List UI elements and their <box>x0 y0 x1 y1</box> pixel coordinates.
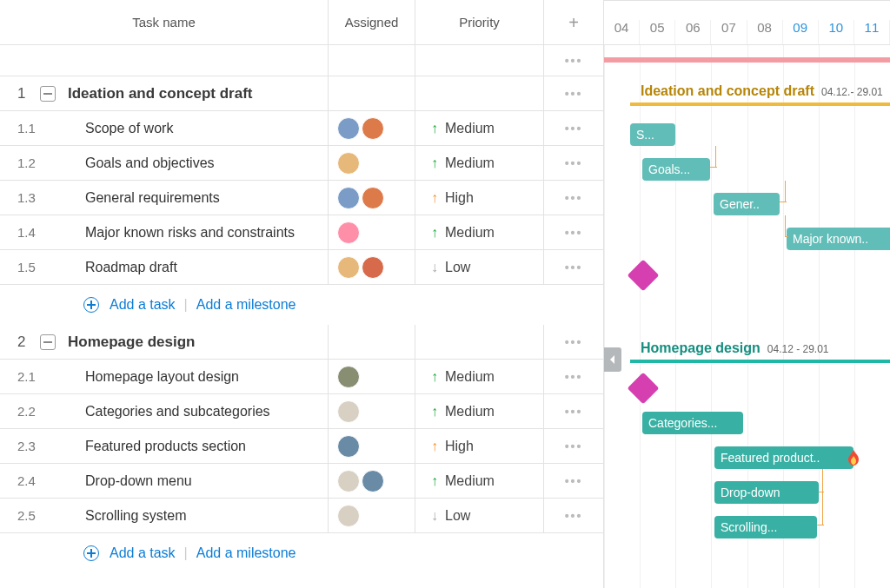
more-icon[interactable]: ••• <box>565 335 583 349</box>
gantt-bar[interactable]: Gener.. <box>714 193 780 215</box>
timeline-header: 0405060708091011 <box>604 0 890 45</box>
priority-label: Low <box>445 260 470 275</box>
priority-label: Medium <box>445 473 495 489</box>
timeline-day[interactable]: 05 <box>640 20 675 44</box>
group-header[interactable]: 2 Homepage design ••• <box>0 325 603 360</box>
timeline-day[interactable]: 08 <box>747 20 783 44</box>
priority-arrow-icon: ↑ <box>431 155 438 171</box>
more-icon[interactable]: ••• <box>565 122 583 135</box>
avatar[interactable] <box>337 505 360 527</box>
task-name: Drop-down menu <box>85 473 192 489</box>
task-row[interactable]: 2.3 Featured products section ↑ High ••• <box>0 429 603 464</box>
gantt-group-title: Ideation and concept draft <box>641 83 814 99</box>
priority-label: High <box>445 190 474 206</box>
avatar[interactable] <box>362 256 384 279</box>
gantt-bar[interactable]: Featured product.. <box>714 446 853 469</box>
gantt-bar[interactable]: Drop-down <box>714 481 819 504</box>
gantt-group-header: Ideation and concept draft04.12.- 29.01 <box>641 83 883 99</box>
task-row[interactable]: 2.4 Drop-down menu ↑ Medium ••• <box>0 464 603 499</box>
avatar[interactable] <box>362 187 384 209</box>
dependency-line <box>710 167 717 168</box>
task-number: 2.3 <box>17 439 61 453</box>
task-row[interactable]: 2.5 Scrolling system ↓ Low ••• <box>0 499 603 533</box>
task-row[interactable]: 1.1 Scope of work ↑ Medium ••• <box>0 111 603 146</box>
more-icon[interactable]: ••• <box>565 191 583 205</box>
more-icon[interactable]: ••• <box>565 405 583 419</box>
priority-label: Medium <box>445 225 495 241</box>
priority-arrow-icon: ↑ <box>431 369 438 385</box>
add-milestone-link[interactable]: Add a milestone <box>196 297 296 313</box>
avatar[interactable] <box>337 221 360 244</box>
avatar[interactable] <box>337 366 360 388</box>
task-name: Featured products section <box>85 439 246 454</box>
priority-label: Medium <box>445 369 495 385</box>
gantt-body[interactable]: Ideation and concept draft04.12.- 29.01S… <box>604 45 890 588</box>
group-header[interactable]: 1 Ideation and concept draft ••• <box>0 76 603 111</box>
gantt-bar[interactable]: Goals... <box>642 158 710 181</box>
gantt-bar[interactable]: Major known.. <box>787 228 890 250</box>
task-row[interactable]: 1.4 Major known risks and constraints ↑ … <box>0 215 603 250</box>
milestone-icon[interactable] <box>628 260 660 292</box>
add-milestone-link[interactable]: Add a milestone <box>196 545 296 561</box>
task-name: General requirements <box>85 190 220 206</box>
avatar[interactable] <box>337 256 360 279</box>
milestone-icon[interactable] <box>628 373 660 405</box>
avatar[interactable] <box>337 400 360 423</box>
avatar[interactable] <box>362 470 384 492</box>
task-row[interactable]: 2.2 Categories and subcategories ↑ Mediu… <box>0 394 603 429</box>
more-icon[interactable]: ••• <box>565 439 583 453</box>
timeline-day[interactable]: 04 <box>604 20 640 44</box>
avatar[interactable] <box>337 435 360 458</box>
collapse-icon[interactable] <box>40 86 56 102</box>
group-title: Ideation and concept draft <box>68 85 253 102</box>
gantt-group-line <box>630 102 890 106</box>
add-task-link[interactable]: Add a task <box>110 545 176 561</box>
task-number: 2.4 <box>17 473 61 488</box>
more-icon[interactable]: ••• <box>565 54 583 68</box>
gantt-group-dates: 04.12 - 29.01 <box>767 343 829 355</box>
priority-arrow-icon: ↑ <box>431 121 438 136</box>
avatar[interactable] <box>337 187 360 209</box>
avatar[interactable] <box>337 470 360 492</box>
task-row[interactable]: 2.1 Homepage layout design ↑ Medium ••• <box>0 360 603 394</box>
task-row[interactable]: 1.2 Goals and objectives ↑ Medium ••• <box>0 146 603 181</box>
task-name: Scope of work <box>85 121 173 136</box>
column-assigned[interactable]: Assigned <box>329 0 415 44</box>
more-icon[interactable]: ••• <box>565 156 583 170</box>
priority-arrow-icon: ↑ <box>431 439 438 454</box>
timeline-day[interactable]: 09 <box>783 20 819 44</box>
avatar[interactable] <box>337 152 360 175</box>
task-name: Scrolling system <box>85 508 186 524</box>
task-row[interactable]: 1.5 Roadmap draft ↓ Low ••• <box>0 250 603 285</box>
collapse-icon[interactable] <box>40 334 56 350</box>
dependency-line <box>817 525 824 525</box>
task-row[interactable]: 1.3 General requirements ↑ High ••• <box>0 181 603 215</box>
group-index: 1 <box>17 85 28 102</box>
collapse-gantt-button[interactable] <box>604 347 621 372</box>
dependency-line <box>785 236 788 237</box>
gantt-bar[interactable]: Categories... <box>642 412 743 434</box>
dependency-line <box>715 146 716 167</box>
timeline-day[interactable]: 07 <box>711 20 747 44</box>
more-icon[interactable]: ••• <box>565 370 583 384</box>
add-task-link[interactable]: Add a task <box>110 297 176 313</box>
add-column-button[interactable]: + <box>566 15 581 30</box>
gantt-bar[interactable]: S... <box>630 123 675 146</box>
column-task-name[interactable]: Task name <box>0 0 329 44</box>
task-number: 1.1 <box>17 121 61 135</box>
timeline-day[interactable]: 10 <box>819 20 854 44</box>
avatar[interactable] <box>362 117 384 140</box>
plus-icon[interactable] <box>83 545 99 561</box>
timeline-day[interactable]: 11 <box>854 20 890 44</box>
timeline-day[interactable]: 06 <box>675 20 711 44</box>
plus-icon[interactable] <box>83 297 99 313</box>
avatar[interactable] <box>337 117 360 140</box>
column-priority[interactable]: Priority <box>415 0 544 44</box>
gantt-bar[interactable]: Scrolling... <box>714 516 817 538</box>
more-icon[interactable]: ••• <box>565 261 583 274</box>
more-icon[interactable]: ••• <box>565 87 583 101</box>
more-icon[interactable]: ••• <box>565 474 583 488</box>
more-icon[interactable]: ••• <box>565 226 583 240</box>
priority-arrow-icon: ↓ <box>431 508 438 524</box>
more-icon[interactable]: ••• <box>565 509 583 523</box>
